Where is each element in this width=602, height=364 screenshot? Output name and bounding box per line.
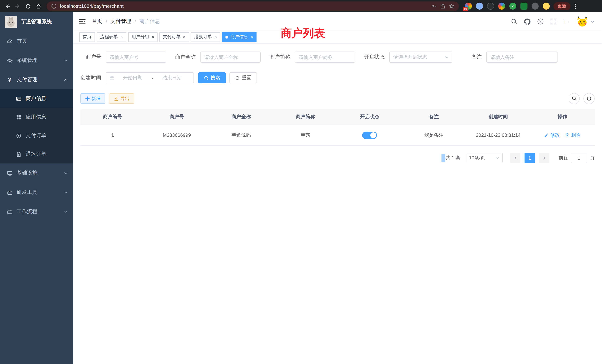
column-header: 创建时间: [466, 109, 530, 125]
close-icon[interactable]: ×: [183, 34, 185, 39]
sidebar-item-payment[interactable]: ¥ 支付管理: [0, 70, 73, 89]
browser-home-icon[interactable]: [33, 1, 44, 11]
export-button[interactable]: 导出: [109, 93, 134, 104]
remark-input[interactable]: [486, 52, 558, 63]
sidebar-item-infrastructure[interactable]: 基础设施: [0, 163, 73, 183]
refresh-table-button[interactable]: [583, 93, 595, 104]
date-range-picker[interactable]: 开始日期 - 结束日期: [106, 72, 194, 83]
share-icon[interactable]: [440, 3, 446, 9]
navbar-actions: TT: [511, 16, 595, 27]
tab-home[interactable]: 首页: [79, 32, 95, 42]
tab-user-group[interactable]: 用户分组 ×: [128, 32, 158, 42]
merchant-short-input[interactable]: [295, 52, 355, 63]
browser-update-button[interactable]: 更新: [553, 2, 570, 10]
url-text: localhost:1024/pay/merchant: [60, 3, 428, 9]
page-content: 商户号 商户全称 商户简称 开启状态 请选择开启状态: [73, 43, 602, 364]
filter-merchant-no: 商户号: [80, 52, 166, 63]
extension-icon-1[interactable]: 10: [465, 3, 472, 10]
merchant-name-input[interactable]: [200, 52, 261, 63]
password-key-icon[interactable]: [431, 3, 437, 9]
svg-text:T: T: [567, 20, 569, 24]
sidebar-item-refund-order[interactable]: 退款订单: [0, 145, 73, 163]
filter-remark: 备注: [461, 52, 558, 63]
cell-full-name: 芋道源码: [209, 125, 273, 145]
sidebar-item-merchant-info[interactable]: 商户信息: [0, 89, 73, 108]
sidebar-item-home[interactable]: 首页: [0, 32, 73, 51]
font-size-icon[interactable]: TT: [563, 18, 570, 25]
search-button[interactable]: 搜索: [198, 72, 226, 83]
close-icon[interactable]: ×: [151, 34, 154, 39]
github-icon[interactable]: [524, 18, 531, 25]
help-icon[interactable]: [537, 18, 544, 25]
cell-merchant-no: M233666999: [145, 125, 209, 145]
browser-menu-icon[interactable]: [573, 3, 578, 9]
app-logo[interactable]: 芋道管理系统: [0, 12, 73, 32]
user-menu[interactable]: [577, 16, 595, 27]
end-date-placeholder: 结束日期: [154, 75, 190, 81]
extension-icon-6[interactable]: [520, 3, 527, 10]
status-toggle[interactable]: [362, 131, 377, 139]
sidebar-item-payment-order[interactable]: 支付订单: [0, 126, 73, 145]
status-select[interactable]: 请选择开启状态: [389, 52, 452, 63]
page-1-button[interactable]: 1: [525, 153, 535, 163]
dashboard-icon: [7, 38, 13, 44]
goto-page-input[interactable]: [571, 153, 587, 163]
download-icon: [114, 96, 119, 101]
breadcrumb-home[interactable]: 首页: [92, 18, 102, 25]
yen-icon: ¥: [7, 77, 13, 83]
browser-back-icon[interactable]: [2, 1, 13, 11]
close-icon[interactable]: ×: [250, 34, 253, 39]
prev-page-button[interactable]: [510, 153, 520, 163]
logo-avatar: [5, 16, 17, 28]
site-info-icon[interactable]: [51, 3, 57, 9]
filter-status: 开启状态 请选择开启状态: [364, 52, 452, 63]
bookmark-star-icon[interactable]: [449, 3, 454, 9]
toolbox-icon: [7, 190, 13, 195]
browser-forward-icon[interactable]: [13, 1, 23, 11]
sidebar-item-workflow[interactable]: 工作流程: [0, 202, 73, 221]
tab-process-form[interactable]: 流程表单 ×: [97, 32, 126, 42]
column-header: 操作: [530, 109, 595, 125]
monitor-icon: [7, 170, 13, 176]
close-icon[interactable]: ×: [214, 34, 217, 39]
column-header: 开启状态: [337, 109, 402, 125]
extension-badge: 10: [463, 7, 468, 11]
search-icon[interactable]: [511, 18, 517, 25]
column-header: 商户号: [145, 109, 209, 125]
extension-icon-3[interactable]: [487, 3, 494, 10]
fullscreen-icon[interactable]: [550, 18, 557, 25]
filter-merchant-short: 商户简称: [269, 52, 355, 63]
browser-refresh-icon[interactable]: [23, 1, 33, 11]
add-button[interactable]: 新增: [80, 93, 105, 104]
extension-icon-7[interactable]: [532, 3, 539, 10]
hamburger-icon[interactable]: [79, 19, 86, 24]
tab-merchant-info[interactable]: 商户信息 ×: [222, 32, 257, 42]
goto-page: 前往 页: [559, 153, 595, 163]
tab-refund-order[interactable]: 退款订单 ×: [191, 32, 220, 42]
address-bar[interactable]: localhost:1024/pay/merchant: [47, 1, 459, 11]
extension-icon-5[interactable]: ✓: [509, 3, 516, 10]
text-selection-highlight: [441, 154, 445, 162]
chevron-up-icon: [64, 78, 68, 82]
svg-text:T: T: [563, 19, 566, 24]
show-search-button[interactable]: [569, 93, 580, 104]
edit-link[interactable]: 修改: [544, 132, 560, 139]
page-size-select[interactable]: 10条/页: [466, 153, 503, 163]
close-icon[interactable]: ×: [120, 34, 123, 39]
next-page-button[interactable]: [539, 153, 549, 163]
browser-extensions: 10 ✓: [465, 3, 550, 10]
sidebar-item-app-info[interactable]: 应用信息: [0, 108, 73, 126]
merchant-no-input[interactable]: [106, 52, 166, 63]
grid-icon: [16, 114, 22, 120]
extension-icon-2[interactable]: [476, 3, 483, 10]
calendar-icon: [109, 75, 115, 80]
delete-link[interactable]: 删除: [565, 132, 581, 139]
sidebar-item-system[interactable]: 系统管理: [0, 51, 73, 70]
reset-button[interactable]: 重置: [229, 72, 257, 83]
sidebar-item-dev-tools[interactable]: 研发工具: [0, 183, 73, 202]
browser-profile-icon[interactable]: [543, 3, 550, 10]
tab-payment-order[interactable]: 支付订单 ×: [159, 32, 189, 42]
filter-create-time: 创建时间 开始日期 - 结束日期: [80, 72, 194, 83]
extension-icon-4[interactable]: [498, 3, 505, 10]
breadcrumb-payment[interactable]: 支付管理: [110, 18, 131, 25]
